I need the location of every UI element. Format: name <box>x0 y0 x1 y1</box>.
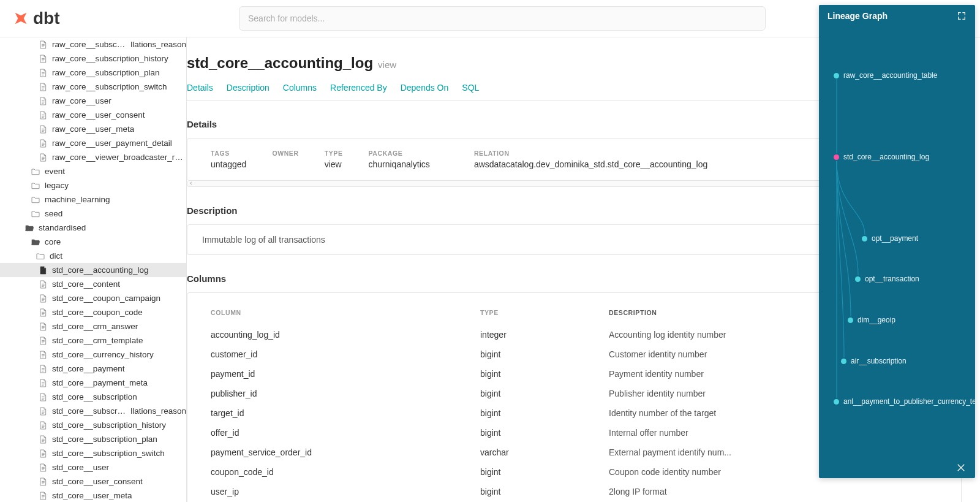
tree-item-std-core-coupon-code[interactable]: std_core__coupon_code <box>0 305 186 319</box>
file-icon <box>38 477 48 487</box>
logo[interactable]: dbt <box>12 9 239 28</box>
tree-item-std-core-crm-answer[interactable]: std_core__crm_answer <box>0 319 186 333</box>
expand-icon[interactable] <box>957 11 967 21</box>
tree-item-std-core-subscription[interactable]: std_core__subscription <box>0 390 186 404</box>
tree-item-label: raw_core__user_meta <box>52 124 134 134</box>
tree-item-std-core-crm-template[interactable]: std_core__crm_template <box>0 333 186 348</box>
file-icon <box>38 82 48 92</box>
file-icon <box>38 350 48 360</box>
relation-label: RELATION <box>474 150 707 157</box>
package-value: churniqanalytics <box>368 159 429 169</box>
tree-item-label: std_core__crm_template <box>52 336 143 345</box>
tree-item-std-core-subscription-switch[interactable]: std_core__subscription_switch <box>0 446 186 460</box>
tree-item-label: raw_core__subscription_... <box>52 40 127 49</box>
tree-item-label-extra: llations_reason <box>130 40 186 49</box>
lineage-node-std-core-accounting-log[interactable]: std_core__accounting_log <box>834 153 929 161</box>
lineage-dot <box>855 276 861 282</box>
file-icon <box>38 364 48 374</box>
tab-description[interactable]: Description <box>227 83 270 93</box>
tree-item-standardised[interactable]: standardised <box>0 221 186 235</box>
lineage-node-raw-core-accounting-table[interactable]: raw_core__accounting_table <box>834 71 937 80</box>
tree-item-std-core-currency-history[interactable]: std_core__currency_history <box>0 348 186 362</box>
lineage-body[interactable]: raw_core__accounting_tablestd_core__acco… <box>819 27 975 457</box>
col-type: integer <box>480 330 609 340</box>
tree-item-event[interactable]: event <box>0 164 186 178</box>
tree-item-raw-core-viewer-broadcaster-relation[interactable]: raw_core__viewer_broadcaster_relation <box>0 150 186 164</box>
tree-item-raw-core-subscription-plan[interactable]: raw_core__subscription_plan <box>0 66 186 80</box>
lineage-node-opt-payment[interactable]: opt__payment <box>862 234 918 243</box>
tab-depends-on[interactable]: Depends On <box>401 83 449 93</box>
lineage-dot <box>841 359 846 364</box>
lineage-node-dim-geoip[interactable]: dim__geoip <box>848 316 895 324</box>
tree-item-std-core-user[interactable]: std_core__user <box>0 460 186 474</box>
tree-item-raw-core-subscription-switch[interactable]: raw_core__subscription_switch <box>0 80 186 94</box>
tree-item-label: dict <box>50 251 62 261</box>
search-input[interactable] <box>239 6 766 31</box>
tree-item-std-core-coupon-campaign[interactable]: std_core__coupon_campaign <box>0 291 186 305</box>
col-name: customer_id <box>211 349 480 359</box>
tree-item-label: machine_learning <box>45 195 110 204</box>
tree-item-raw-core-user[interactable]: raw_core__user <box>0 94 186 108</box>
col-name: offer_id <box>211 428 480 438</box>
tree-item-label: std_core__payment_meta <box>52 378 148 387</box>
tree-item-std-core-payment[interactable]: std_core__payment <box>0 362 186 376</box>
col-name: payment_id <box>211 369 480 379</box>
tree-item-core[interactable]: core <box>0 235 186 249</box>
lineage-title: Lineage Graph <box>827 11 888 21</box>
tree-item-label: legacy <box>45 181 69 190</box>
sidebar-tree[interactable]: raw_core__subscription_...llations_reaso… <box>0 37 187 502</box>
lineage-dot <box>834 73 839 78</box>
lineage-node-anl-payment-to-publisher-currency-test[interactable]: anl__payment_to_publisher_currency_test <box>834 397 975 406</box>
tree-item-seed[interactable]: seed <box>0 207 186 221</box>
tab-columns[interactable]: Columns <box>283 83 317 93</box>
col-type: bigint <box>480 349 609 359</box>
close-icon[interactable] <box>956 462 967 473</box>
col-type: bigint <box>480 408 609 418</box>
tab-sql[interactable]: SQL <box>462 83 479 93</box>
tree-item-raw-core-user-consent[interactable]: raw_core__user_consent <box>0 108 186 122</box>
tree-item-label: raw_core__subscription_history <box>52 54 168 63</box>
tree-item-std-core-subscription-plan[interactable]: std_core__subscription_plan <box>0 432 186 446</box>
file-icon <box>38 265 48 275</box>
file-icon <box>38 406 48 416</box>
tree-item-raw-core-subscription-history[interactable]: raw_core__subscription_history <box>0 51 186 66</box>
tree-item-label: std_core__user <box>52 463 109 472</box>
tree-item-dict[interactable]: dict <box>0 249 186 263</box>
tree-item-raw-core-user-payment-detail[interactable]: raw_core__user_payment_detail <box>0 136 186 150</box>
tab-details[interactable]: Details <box>187 83 213 93</box>
tree-item-label: core <box>45 237 61 246</box>
tree-item-std-core-subscription-history[interactable]: std_core__subscription_history <box>0 418 186 432</box>
tree-item-legacy[interactable]: legacy <box>0 178 186 192</box>
tree-item-raw-core-subscription-[interactable]: raw_core__subscription_...llations_reaso… <box>0 37 186 51</box>
tree-item-label: std_core__subscription_... <box>52 406 127 416</box>
folder-icon <box>31 209 40 219</box>
tree-item-std-core-user-meta[interactable]: std_core__user_meta <box>0 489 186 502</box>
tree-item-label: std_core__subscription_switch <box>52 449 165 458</box>
folder-open-icon <box>24 223 34 233</box>
tree-item-machine-learning[interactable]: machine_learning <box>0 192 186 207</box>
tree-item-std-core-subscription-[interactable]: std_core__subscription_...llations_reaso… <box>0 404 186 418</box>
tree-item-label: std_core__user_consent <box>52 477 143 486</box>
col-name: accounting_log_id <box>211 330 480 340</box>
lineage-panel: Lineage Graph raw_core__accounting_table… <box>819 5 975 478</box>
folder-open-icon <box>31 237 40 247</box>
lineage-node-opt-transaction[interactable]: opt__transaction <box>855 275 919 283</box>
tree-item-std-core-user-consent[interactable]: std_core__user_consent <box>0 474 186 489</box>
file-icon <box>38 280 48 289</box>
lineage-node-label: anl__payment_to_publisher_currency_test <box>843 397 975 406</box>
tree-item-std-core-accounting-log[interactable]: std_core__accounting_log <box>0 263 186 277</box>
tab-referenced-by[interactable]: Referenced By <box>330 83 387 93</box>
file-icon <box>38 96 48 106</box>
package-label: PACKAGE <box>368 150 429 157</box>
folder-icon <box>31 167 40 177</box>
tree-item-std-core-content[interactable]: std_core__content <box>0 277 186 291</box>
tree-item-label: std_core__subscription <box>52 392 137 401</box>
column-row[interactable]: user_ipbigint2long IP format <box>211 482 938 501</box>
lineage-node-air-subscription[interactable]: air__subscription <box>841 357 907 365</box>
tree-item-std-core-payment-meta[interactable]: std_core__payment_meta <box>0 376 186 390</box>
tree-item-label: std_core__subscription_history <box>52 420 166 430</box>
tree-item-label: raw_core__user_payment_detail <box>52 139 172 148</box>
tags-value: untagged <box>211 159 246 169</box>
tree-item-raw-core-user-meta[interactable]: raw_core__user_meta <box>0 122 186 136</box>
file-icon <box>38 54 48 64</box>
